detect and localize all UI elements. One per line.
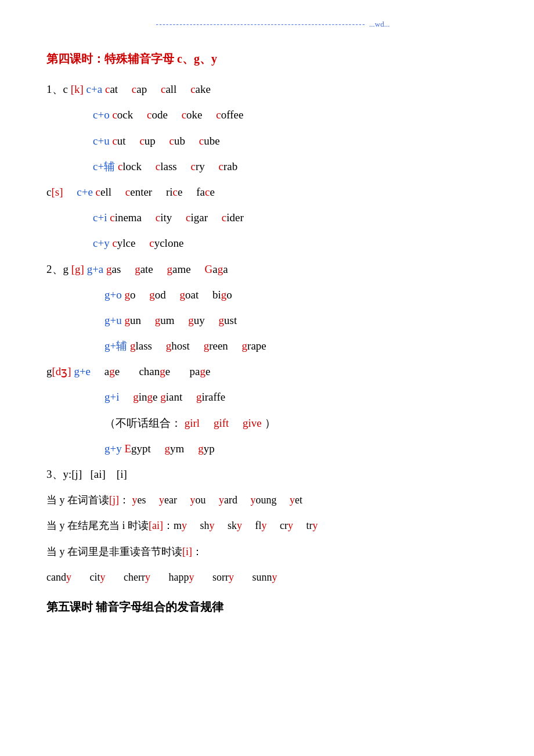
c-word-cake: cake	[190, 83, 211, 95]
c-k-bracket: [k]	[71, 83, 84, 95]
c-plus-e: c+e	[77, 186, 93, 198]
g-word-game: game	[167, 263, 191, 275]
y-word-sunny: sunny	[252, 571, 277, 583]
y-word-year: year	[159, 494, 177, 506]
c-plus-u: c+u	[93, 135, 110, 147]
gap	[93, 365, 102, 377]
gap	[205, 109, 213, 121]
gap	[208, 160, 216, 172]
gap	[145, 211, 153, 224]
gap	[114, 186, 122, 198]
y-word-fly: fly	[255, 520, 267, 531]
g-plus-y: g+y	[104, 442, 122, 455]
y-word-city: city	[89, 571, 105, 583]
gap2	[66, 186, 74, 198]
g-word-page: page	[190, 365, 211, 377]
c-word-code: code	[147, 109, 168, 121]
y-word-happy: happy	[168, 571, 194, 583]
y-note2-bracket: [ai]	[149, 520, 163, 531]
c-word-cube: cube	[199, 135, 220, 147]
c-word-coke: coke	[182, 109, 203, 121]
g-word-bigo: bigo	[212, 289, 232, 301]
c-number: 1、c	[46, 83, 71, 95]
gap	[211, 211, 219, 224]
y-note1-bracket: [j]	[109, 494, 119, 506]
y-word-young: young	[250, 494, 276, 506]
c-word-cap: cap	[132, 83, 147, 95]
c-word-cider: cider	[222, 211, 244, 224]
y-word-yard: yard	[219, 494, 237, 506]
g-word-change: change	[139, 365, 170, 377]
g-word-girl: girl	[185, 417, 200, 429]
gap	[156, 263, 164, 275]
y-note2-my: y	[182, 520, 187, 531]
gap	[175, 211, 183, 224]
g-note-close: ）	[265, 417, 276, 429]
g-word-ghost: ghost	[166, 340, 190, 352]
c-word-cup: cup	[139, 135, 155, 147]
gap	[188, 135, 196, 147]
g-g-bracket: [g]	[71, 263, 84, 275]
c-word-cigar: cigar	[186, 211, 208, 224]
g-word-god: god	[149, 289, 166, 301]
y-note3-colon: ：	[192, 546, 203, 557]
g-word-gift: gift	[214, 417, 229, 429]
gap	[208, 314, 216, 326]
g-word-glass: glass	[130, 340, 152, 352]
g-word-green: green	[204, 340, 228, 352]
g-word-go: go	[124, 289, 135, 301]
c-word-cell: cell	[96, 186, 111, 198]
gap	[150, 83, 158, 95]
gap	[171, 109, 179, 121]
y-word-try: try	[306, 520, 318, 531]
g-word-gust: gust	[219, 314, 237, 326]
gap	[185, 391, 193, 403]
y-note3-bracket: [i]	[182, 546, 192, 557]
y-note3-text: 当 y 在词里是非重读音节时读	[46, 546, 182, 557]
g-word-gym: gym	[165, 442, 185, 455]
gap	[154, 442, 162, 455]
y-note2-text: 当 y 在结尾充当 i 时读	[46, 520, 149, 531]
g-word-age: age	[104, 365, 120, 377]
c-word-center: center	[125, 186, 152, 198]
section5-title: 第五课时 辅音字母组合的发音规律	[46, 600, 223, 613]
gap	[201, 289, 210, 301]
y-word-you: you	[190, 494, 205, 506]
g-word-giant: giant	[160, 391, 182, 403]
y-word-yet: yet	[290, 494, 302, 506]
c-s-red: [s]	[51, 186, 63, 198]
y-word-candy: candy	[46, 571, 71, 583]
c-word-face: face	[196, 186, 215, 198]
gap	[155, 186, 163, 198]
g-plus-u: g+u	[104, 314, 122, 326]
gap	[173, 365, 187, 377]
g-word-give: give	[243, 417, 262, 429]
c-word-cut: cut	[112, 135, 125, 147]
gap	[179, 83, 187, 95]
g-word-guy: guy	[188, 314, 205, 326]
gap	[231, 340, 239, 352]
g-plus-o: g+o	[104, 289, 122, 301]
g-ge-label: g+e	[74, 365, 91, 377]
gap	[124, 263, 132, 275]
y-note1-text: 当 y 在词首读	[46, 494, 109, 506]
c-plus-fu: c+辅	[93, 160, 115, 172]
g-plus-a: g+a	[87, 263, 104, 275]
c-word-clock: clock	[118, 160, 142, 172]
y-note1-colon: ：	[119, 494, 129, 506]
c-plus-o: c+o	[93, 109, 110, 121]
c-plus-y: c+y	[93, 237, 110, 249]
c-word-class: class	[156, 160, 177, 172]
g-word-goat: goat	[179, 289, 199, 301]
g-plus-fu: g+辅	[104, 340, 127, 352]
g-word-ginge: ginge	[133, 391, 157, 403]
gap	[177, 314, 185, 326]
gap	[136, 109, 144, 121]
gap	[203, 417, 211, 429]
gap	[168, 289, 176, 301]
gap	[187, 442, 195, 455]
y-word-yes: yes	[132, 494, 146, 506]
c-word-city: city	[156, 211, 172, 224]
c-word-cub: cub	[169, 135, 185, 147]
gap	[122, 391, 130, 403]
